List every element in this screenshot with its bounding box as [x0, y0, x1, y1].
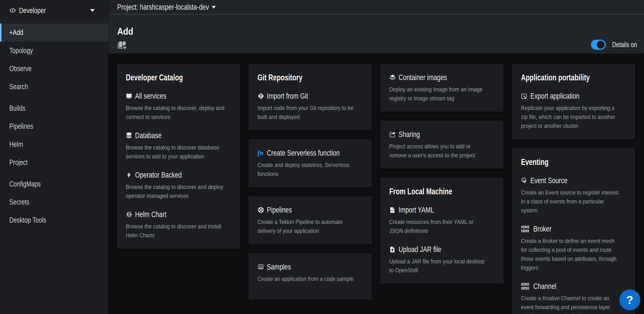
switch-knob	[597, 41, 605, 48]
card-pipelines: Pipelines Create a Tekton Pipeline to au…	[248, 196, 372, 244]
bolt-icon	[126, 172, 135, 178]
export-icon	[521, 93, 530, 99]
catalog-item-create-serverless-function[interactable]: Create Serverless function Create and de…	[258, 148, 363, 178]
catalog-item-import-from-git[interactable]: Import from Git Import code from your Gi…	[258, 91, 363, 121]
catalog-item-channel[interactable]: Channel Create a Knative Channel to crea…	[521, 282, 626, 314]
item-description: Project access allows you to add or remo…	[389, 142, 494, 160]
card-developer-catalog: Developer Catalog All services Browse th…	[117, 64, 240, 249]
card-column-3: Container images Deploy an existing Imag…	[380, 64, 504, 293]
git-icon	[258, 93, 267, 99]
help-button[interactable]: ?	[620, 290, 640, 310]
card-git-repository: Git Repository Import from Git Import co…	[248, 64, 372, 130]
sidebar-nav: +Add Topology Observe Search Builds Pipe…	[0, 21, 108, 229]
book-icon	[126, 93, 135, 99]
perspective-label: Developer	[19, 6, 53, 15]
card-title: Eventing	[521, 157, 601, 167]
share-icon	[389, 131, 398, 138]
page-header: Add Details on	[108, 14, 644, 54]
item-description: Import code from your Git repository to …	[258, 103, 363, 121]
sidebar-item-search[interactable]: Search	[0, 78, 108, 96]
file-upload-icon	[389, 246, 398, 253]
project-bar: Project: harshcasper-localsta-dev	[108, 0, 644, 14]
item-description: Create an Event source to register inter…	[521, 188, 626, 215]
item-title: Export application	[530, 91, 592, 101]
chevron-down-icon	[212, 6, 216, 8]
item-description: Create and deploy stateless, Serverless …	[258, 160, 363, 178]
item-title: Import YAML	[398, 205, 444, 215]
item-title: Pipelines	[267, 205, 298, 215]
item-description: Create a Broker to define an event mesh …	[521, 236, 626, 272]
catalog-item-broker[interactable]: Broker Create a Broker to define an even…	[521, 224, 626, 272]
serverless-fn-icon	[258, 150, 267, 156]
details-switch[interactable]	[591, 40, 606, 50]
add-page-content: Developer Catalog All services Browse th…	[108, 54, 644, 314]
card-eventing: Eventing Event Source Create an Event so…	[512, 148, 635, 314]
channel-binary-icon	[521, 282, 533, 290]
project-selector[interactable]: Project: harshcasper-localsta-dev	[117, 2, 233, 11]
item-title: Channel	[533, 282, 562, 291]
sidebar-item-observe[interactable]: Observe	[0, 59, 108, 78]
item-title: Broker	[533, 224, 556, 234]
item-title: Container images	[398, 73, 460, 82]
item-description: Browse the catalog to discover, deploy a…	[126, 103, 231, 121]
sidebar-item-helm[interactable]: Helm	[0, 135, 108, 153]
card-title: From Local Machine	[389, 187, 469, 196]
catalog-item-sharing[interactable]: Sharing Project access allows you to add…	[389, 130, 494, 160]
details-toggle-label: Details on	[612, 41, 636, 49]
code-icon	[9, 7, 16, 14]
sidebar-item-pipelines[interactable]: Pipelines	[0, 117, 108, 135]
catalog-item-export-application[interactable]: Export application Replicate your applic…	[521, 91, 626, 130]
item-title: Database	[135, 131, 169, 140]
item-title: Create Serverless function	[267, 148, 359, 158]
sidebar-item-secrets[interactable]: Secrets	[0, 193, 108, 211]
perspective-switcher[interactable]: Developer	[0, 0, 108, 21]
card-sharing: Sharing Project access allows you to add…	[380, 121, 504, 169]
card-container-images: Container images Deploy an existing Imag…	[380, 64, 504, 112]
item-description: Browse the catalog to discover and insta…	[126, 222, 231, 240]
card-from-local-machine: From Local Machine Import YAML Create re…	[380, 178, 504, 284]
item-title: Upload JAR file	[398, 245, 452, 254]
event-source-icon	[521, 177, 530, 184]
sidebar: Developer +Add Topology Observe Search B…	[0, 0, 108, 314]
card-column-1: Developer Catalog All services Browse th…	[117, 64, 240, 258]
card-title: Developer Catalog	[126, 73, 206, 82]
catalog-item-import-yaml[interactable]: Import YAML Create resources from their …	[389, 205, 494, 235]
catalog-item-event-source[interactable]: Event Source Create an Event source to r…	[521, 176, 626, 215]
page-title: Add	[117, 25, 133, 37]
sidebar-item-topology[interactable]: Topology	[0, 41, 108, 59]
catalog-item-helm-chart[interactable]: Helm Chart Browse the catalog to discove…	[126, 210, 231, 240]
layers-icon	[389, 74, 398, 81]
item-title: Operator Backed	[135, 170, 194, 180]
catalog-item-samples[interactable]: Samples Create an application from a cod…	[258, 262, 363, 283]
catalog-item-upload-jar-file[interactable]: Upload JAR file Upload a JAR file from y…	[389, 245, 494, 275]
card-title: Application portability	[521, 73, 601, 82]
card-application-portability: Application portability Export applicati…	[512, 64, 635, 139]
catalog-item-pipelines[interactable]: Pipelines Create a Tekton Pipeline to au…	[258, 205, 363, 235]
sidebar-item-project[interactable]: Project	[0, 153, 108, 171]
database-icon	[126, 132, 135, 139]
sidebar-item-builds[interactable]: Builds	[0, 99, 108, 117]
details-toggle-group: Details on	[591, 40, 636, 50]
item-title: All services	[135, 91, 174, 101]
card-column-2: Git Repository Import from Git Import co…	[248, 64, 372, 309]
sidebar-item-add[interactable]: +Add	[0, 23, 108, 41]
card-samples: Samples Create an application from a cod…	[248, 253, 372, 300]
item-description: Upload a JAR file from your local deskto…	[389, 257, 494, 275]
sidebar-item-desktop-tools[interactable]: Desktop Tools	[0, 211, 108, 229]
pipelines-icon	[258, 207, 267, 213]
sidebar-item-configmaps[interactable]: ConfigMaps	[0, 175, 108, 193]
quick-starts-book-plus-icon[interactable]	[117, 40, 127, 50]
main-area: Project: harshcasper-localsta-dev Add De…	[108, 0, 644, 314]
item-description: Create an application from a code sample	[258, 274, 363, 283]
chevron-down-icon	[90, 9, 95, 12]
item-title: Sharing	[398, 130, 426, 139]
item-title: Helm Chart	[135, 210, 174, 219]
catalog-item-operator-backed[interactable]: Operator Backed Browse the catalog to di…	[126, 170, 231, 200]
catalog-item-container-images[interactable]: Container images Deploy an existing Imag…	[389, 73, 494, 103]
catalog-item-all-services[interactable]: All services Browse the catalog to disco…	[126, 91, 231, 121]
item-description: Replicate your application by exporting …	[521, 103, 626, 130]
item-description: Create a Knative Channel to create an ev…	[521, 294, 626, 314]
item-title: Import from Git	[267, 91, 319, 101]
item-description: Create resources from their YAML or JSON…	[389, 217, 494, 235]
catalog-item-database[interactable]: Database Browse the catalog to discover …	[126, 131, 231, 161]
